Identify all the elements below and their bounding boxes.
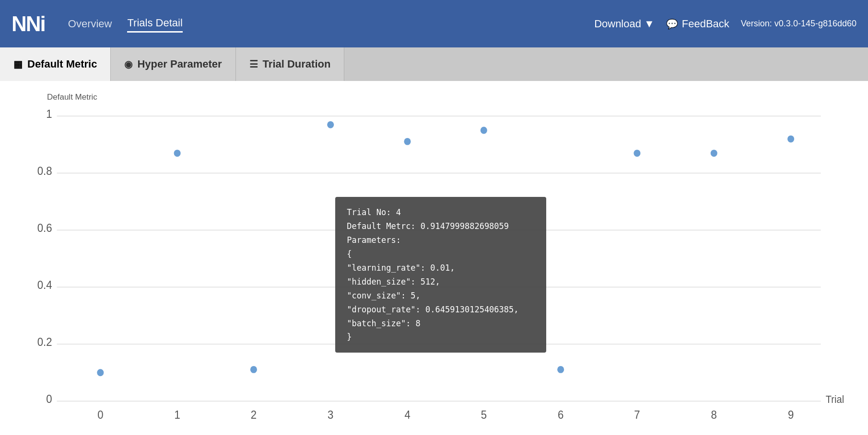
tab-default-metric[interactable]: ▦ Default Metric (0, 47, 111, 81)
nav-overview[interactable]: Overview (68, 16, 112, 32)
svg-text:Trial: Trial (826, 394, 844, 405)
svg-text:0.4: 0.4 (37, 279, 52, 292)
svg-text:2: 2 (251, 409, 257, 422)
svg-point-28 (481, 127, 487, 134)
chart-icon: ▦ (13, 58, 23, 70)
svg-point-24 (174, 149, 181, 157)
download-button[interactable]: Download ▼ (594, 18, 655, 30)
logo: NNi (12, 12, 45, 36)
svg-point-25 (250, 366, 257, 373)
chart-y-axis-label: Default Metric (47, 92, 845, 102)
chat-icon: 💬 (666, 18, 678, 30)
version-text: Version: v0.3.0-145-g816dd60 (741, 19, 856, 29)
duration-icon: ☰ (249, 58, 258, 70)
svg-text:0.6: 0.6 (37, 222, 52, 235)
svg-text:9: 9 (788, 409, 794, 422)
chart-container: 1 0.8 0.6 0.4 0.2 0 0 1 2 3 4 5 6 7 8 9 … (23, 106, 845, 432)
header-right: Download ▼ 💬 FeedBack Version: v0.3.0-14… (594, 18, 856, 30)
svg-point-27 (404, 138, 411, 145)
svg-text:1: 1 (46, 108, 52, 121)
tab-default-metric-label: Default Metric (27, 58, 97, 70)
tabs-bar: ▦ Default Metric ◉ Hyper Parameter ☰ Tri… (0, 47, 868, 81)
svg-point-23 (97, 369, 104, 376)
feedback-button[interactable]: 💬 FeedBack (666, 18, 729, 30)
svg-point-26 (327, 121, 334, 128)
scatter-chart: 1 0.8 0.6 0.4 0.2 0 0 1 2 3 4 5 6 7 8 9 … (23, 106, 845, 432)
chevron-down-icon: ▼ (644, 18, 655, 30)
svg-text:5: 5 (481, 409, 487, 422)
svg-point-31 (711, 149, 717, 157)
header: NNi Overview Trials Detail Download ▼ 💬 … (0, 0, 868, 47)
tab-hyper-parameter-label: Hyper Parameter (137, 58, 222, 70)
svg-text:3: 3 (328, 409, 333, 422)
svg-text:7: 7 (634, 409, 640, 422)
svg-point-32 (787, 136, 794, 143)
feedback-label: FeedBack (682, 18, 729, 30)
tab-trial-duration[interactable]: ☰ Trial Duration (236, 47, 345, 81)
svg-text:0: 0 (46, 393, 52, 406)
hyper-icon: ◉ (124, 58, 132, 70)
svg-text:4: 4 (404, 409, 410, 422)
svg-point-30 (633, 149, 640, 157)
svg-text:6: 6 (558, 409, 563, 422)
svg-text:0.2: 0.2 (37, 336, 52, 349)
nav-trials-detail[interactable]: Trials Detail (127, 15, 182, 33)
svg-text:1: 1 (174, 409, 180, 422)
svg-point-29 (557, 366, 564, 373)
chart-area: Default Metric 1 0.8 0.6 0.4 0.2 0 0 1 2… (0, 81, 868, 435)
download-label: Download (594, 18, 641, 30)
tab-trial-duration-label: Trial Duration (263, 58, 331, 70)
svg-text:0.8: 0.8 (37, 165, 52, 178)
tab-hyper-parameter[interactable]: ◉ Hyper Parameter (111, 47, 235, 81)
svg-text:0: 0 (97, 409, 103, 422)
svg-text:8: 8 (711, 409, 717, 422)
